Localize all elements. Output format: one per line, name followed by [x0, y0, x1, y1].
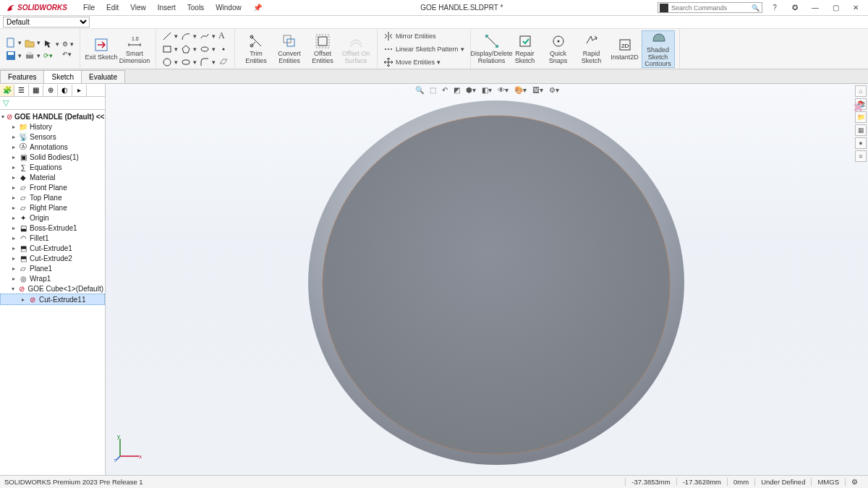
tree-item[interactable]: ▸▱Plane1	[0, 263, 105, 273]
plane-icon	[218, 57, 229, 67]
trim-icon	[248, 33, 264, 49]
smart-dimension-button[interactable]: 1.0 Smart Dimension	[118, 30, 151, 68]
tree-item[interactable]: ▸◆Material	[0, 172, 105, 182]
undo-button[interactable]: ↶▾	[61, 50, 75, 59]
ellipse-tool[interactable]: ▾	[198, 43, 217, 55]
fillet-tool[interactable]: ▾	[198, 56, 217, 68]
rapid-icon	[584, 33, 600, 49]
shaded-sketch-contours-button[interactable]: Shaded Sketch Contours	[642, 30, 675, 68]
rectangle-tool[interactable]: ▾	[161, 43, 179, 55]
minimize-button[interactable]: —	[807, 4, 823, 12]
circle-tool[interactable]: ▾	[161, 56, 179, 68]
slot-tool[interactable]: ▾	[179, 56, 198, 68]
tree-item[interactable]: ▸◠Fillet1	[0, 233, 105, 243]
options-button[interactable]: ⚙▾	[61, 40, 75, 48]
tree-subassembly[interactable]: ▾ ⊘ GOE Cube<1>(Default)	[0, 283, 105, 294]
whatsnew-icon[interactable]: ✪	[787, 4, 803, 12]
document-title: GOE HANDLE.SLDPRT *	[266, 4, 658, 12]
menu-pin-icon[interactable]: 📌	[249, 2, 266, 13]
wrap-icon: ◎	[19, 274, 27, 283]
tree-filter-icon[interactable]: ▽	[3, 98, 9, 108]
help-icon[interactable]: ?	[767, 4, 783, 12]
tree-item[interactable]: ▸📡Sensors	[0, 132, 105, 142]
search-icon[interactable]: 🔍	[749, 4, 762, 12]
linear-pattern-button[interactable]: Linear Sketch Pattern▾	[382, 43, 466, 55]
convert-entities-button[interactable]: Convert Entities	[273, 30, 306, 68]
tree-item[interactable]: ▸∑Equations	[0, 162, 105, 172]
instant2d-button[interactable]: 2D Instant2D	[608, 30, 642, 68]
tree-item[interactable]: ▸⬒Cut-Extrude2	[0, 253, 105, 263]
feature-tree[interactable]: ▾ ⊘ GOE HANDLE (Default) <<Default ▸📁His…	[0, 110, 105, 475]
save-button[interactable]: ▾	[4, 50, 23, 61]
svg-text:x: x	[139, 453, 142, 460]
search-input[interactable]	[670, 4, 749, 12]
solid-icon: ▣	[19, 153, 27, 161]
print-button[interactable]: ▾	[23, 50, 42, 61]
tree-item[interactable]: ▸▱Front Plane	[0, 182, 105, 192]
display-relations-button[interactable]: Display/Delete Relations	[475, 30, 509, 68]
offset-entities-button[interactable]: Offset Entities	[306, 30, 339, 68]
title-bar: SOLIDWORKS File Edit View Insert Tools W…	[0, 0, 868, 16]
menu-window[interactable]: Window	[211, 2, 246, 13]
quick-snaps-button[interactable]: Quick Snaps	[542, 30, 575, 68]
shaded-label: Shaded Sketch Contours	[642, 47, 674, 69]
menu-view[interactable]: View	[126, 2, 150, 13]
move-entities-button[interactable]: Move Entities▾	[382, 56, 466, 68]
svg-point-22	[391, 48, 392, 50]
tab-features[interactable]: Features	[0, 70, 44, 83]
tree-item[interactable]: ▸ⒶAnnotations	[0, 142, 105, 152]
configuration-select[interactable]: Default	[3, 17, 90, 27]
line-tool[interactable]: ▾	[161, 30, 179, 42]
maximize-button[interactable]: ▢	[827, 4, 843, 12]
overflow-tab[interactable]: ▸	[72, 85, 87, 96]
app-logo: SOLIDWORKS	[0, 3, 73, 13]
spline-tool[interactable]: ▾	[198, 30, 217, 42]
status-settings-icon[interactable]: ⚙	[845, 478, 864, 486]
open-button[interactable]: ▾	[23, 37, 42, 48]
mirror-entities-button[interactable]: Mirror Entities	[382, 30, 466, 42]
exit-sketch-button[interactable]: Exit Sketch	[85, 30, 118, 68]
rectangle-icon	[162, 44, 172, 54]
command-search[interactable]: 🔍	[658, 2, 762, 13]
configuration-manager-tab[interactable]: ▦	[29, 85, 43, 96]
trim-entities-button[interactable]: Trim Entities	[239, 30, 273, 68]
rebuild-button[interactable]: ⟳▾	[42, 51, 61, 60]
tree-item[interactable]: ▸⬓Boss-Extrude1	[0, 223, 105, 233]
select-button[interactable]: ▾	[42, 38, 61, 50]
graphics-viewport[interactable]: 🔍 ⬚ ↶ ◩ ⬢▾ ◧▾ 👁▾ 🎨▾ 🖼▾ ⚙▾ ⌂ 📚 📁 ▦ ● ≡ ✖	[106, 84, 868, 475]
property-manager-tab[interactable]: ☰	[14, 85, 29, 96]
menu-tools[interactable]: Tools	[183, 2, 208, 13]
tree-root[interactable]: ▾ ⊘ GOE HANDLE (Default) <<Default	[0, 111, 105, 121]
new-button[interactable]: ▾	[4, 37, 23, 48]
tree-item[interactable]: ▸✦Origin	[0, 213, 105, 223]
tree-item[interactable]: ▸⬒Cut-Extrude1	[0, 243, 105, 253]
feature-manager-tab[interactable]: 🧩	[0, 85, 14, 96]
tree-item[interactable]: ▸▱Right Plane	[0, 202, 105, 213]
svg-rect-18	[318, 37, 327, 46]
close-button[interactable]: ✕	[848, 4, 864, 12]
instant2d-label: Instant2D	[610, 54, 639, 61]
repair-sketch-button[interactable]: Repair Sketch	[509, 30, 542, 68]
tab-sketch[interactable]: Sketch	[43, 70, 82, 83]
rapid-sketch-button[interactable]: Rapid Sketch	[575, 30, 608, 68]
plane-tool[interactable]	[217, 56, 230, 68]
menu-edit[interactable]: Edit	[102, 2, 123, 13]
tree-item[interactable]: ▸▱Top Plane	[0, 192, 105, 202]
text-tool[interactable]: A	[217, 30, 230, 42]
tree-item[interactable]: ▸📁History	[0, 121, 105, 132]
manager-tab-row: 🧩 ☰ ▦ ⊕ ◐ ▸	[0, 84, 105, 97]
menu-insert[interactable]: Insert	[153, 2, 180, 13]
display-manager-tab[interactable]: ◐	[58, 85, 72, 96]
tree-item[interactable]: ▸▣Solid Bodies(1)	[0, 152, 105, 162]
view-triad[interactable]: y x z	[114, 433, 143, 462]
menu-file[interactable]: File	[79, 2, 99, 13]
tab-evaluate[interactable]: Evaluate	[81, 70, 125, 83]
dimxpert-tab[interactable]: ⊕	[43, 85, 58, 96]
status-units[interactable]: MMGS	[811, 478, 845, 486]
tree-selected-feature[interactable]: ▸ ⊘ Cut-Extrude11	[0, 294, 105, 305]
cut-icon: ⬒	[19, 254, 27, 262]
arc-tool[interactable]: ▾	[179, 30, 198, 42]
tree-item[interactable]: ▸◎Wrap1	[0, 273, 105, 283]
point-tool[interactable]	[217, 43, 230, 55]
polygon-tool[interactable]: ▾	[179, 43, 198, 55]
